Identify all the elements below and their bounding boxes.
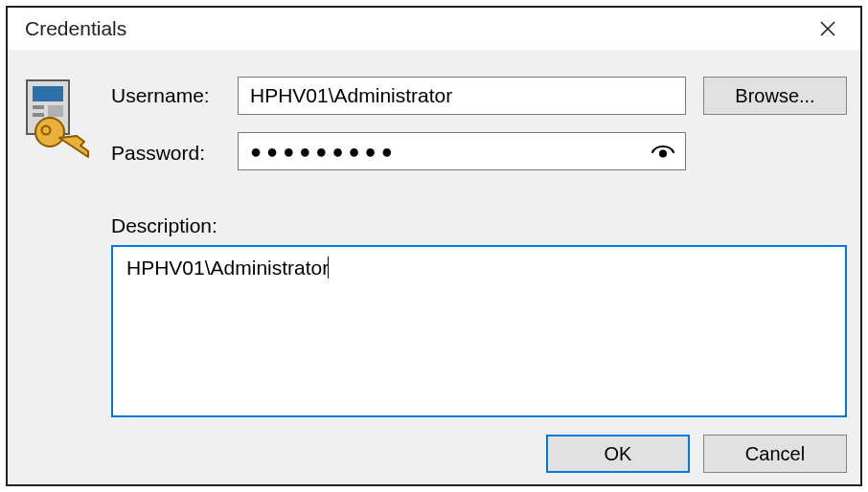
- browse-button[interactable]: Browse...: [703, 77, 847, 115]
- ok-button[interactable]: OK: [546, 435, 690, 473]
- credentials-icon: [21, 77, 96, 163]
- username-input[interactable]: [238, 77, 686, 115]
- svg-rect-6: [48, 105, 63, 117]
- titlebar: Credentials: [8, 8, 860, 50]
- window-title: Credentials: [25, 17, 807, 40]
- description-value: HPHV01\Administrator: [126, 257, 329, 279]
- dialog-body: Username: Browse... Password: ●●●●●●●●● …: [8, 50, 860, 484]
- browse-button-label: Browse...: [735, 85, 814, 107]
- password-mask: ●●●●●●●●●: [250, 141, 651, 163]
- ok-button-label: OK: [605, 443, 632, 465]
- cancel-button[interactable]: Cancel: [703, 435, 847, 473]
- eye-icon: [651, 139, 675, 164]
- svg-point-9: [659, 150, 667, 158]
- text-caret: [328, 257, 329, 279]
- credentials-dialog: Credentials Username:: [6, 6, 862, 486]
- close-button[interactable]: [807, 8, 849, 50]
- password-label: Password:: [111, 142, 205, 165]
- username-label: Username:: [111, 84, 210, 107]
- svg-rect-4: [33, 105, 44, 109]
- svg-rect-5: [33, 113, 44, 117]
- svg-rect-3: [33, 86, 63, 101]
- description-label: Description:: [111, 214, 217, 237]
- password-input[interactable]: ●●●●●●●●●: [238, 132, 686, 170]
- description-input[interactable]: HPHV01\Administrator: [111, 245, 847, 417]
- close-icon: [819, 20, 836, 37]
- reveal-password-button[interactable]: [651, 139, 675, 164]
- cancel-button-label: Cancel: [745, 443, 805, 465]
